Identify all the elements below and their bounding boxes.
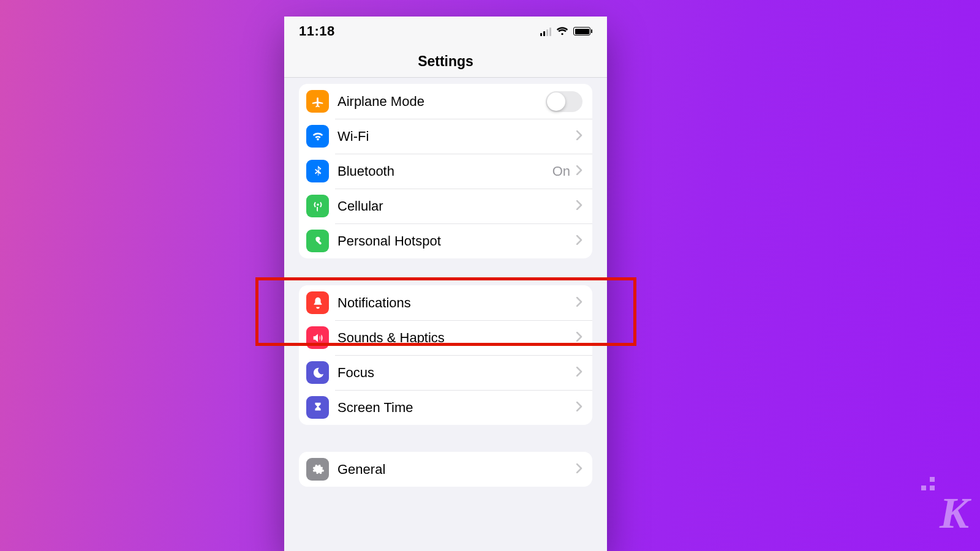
stage: 11:18 Settings Airplane Mode bbox=[0, 0, 980, 551]
row-hotspot[interactable]: Personal Hotspot bbox=[299, 223, 592, 258]
row-screentime[interactable]: Screen Time bbox=[299, 390, 592, 425]
status-bar: 11:18 bbox=[284, 17, 607, 46]
row-trailing bbox=[576, 297, 582, 309]
row-label: Screen Time bbox=[337, 400, 576, 416]
wifi-icon bbox=[556, 26, 568, 36]
row-trailing bbox=[576, 332, 582, 344]
row-general[interactable]: General bbox=[299, 452, 592, 487]
phone-frame: 11:18 Settings Airplane Mode bbox=[284, 17, 607, 551]
row-trailing bbox=[576, 463, 582, 476]
bluetooth-icon bbox=[306, 160, 329, 182]
page-title: Settings bbox=[418, 53, 473, 70]
row-trailing bbox=[576, 402, 582, 414]
row-value: On bbox=[552, 163, 570, 179]
row-trailing bbox=[576, 200, 582, 212]
chevron-right-icon bbox=[576, 200, 582, 212]
cellular-icon bbox=[306, 195, 329, 217]
row-bluetooth[interactable]: BluetoothOn bbox=[299, 154, 592, 189]
nav-bar: Settings bbox=[284, 46, 607, 78]
row-cellular[interactable]: Cellular bbox=[299, 189, 592, 223]
row-trailing: On bbox=[552, 163, 582, 179]
row-trailing bbox=[546, 91, 582, 112]
chevron-right-icon bbox=[576, 297, 582, 309]
row-label: Personal Hotspot bbox=[337, 233, 576, 249]
chevron-right-icon bbox=[576, 367, 582, 379]
chevron-right-icon bbox=[576, 130, 582, 143]
row-label: Focus bbox=[337, 365, 576, 381]
row-wifi[interactable]: Wi-Fi bbox=[299, 119, 592, 154]
chevron-right-icon bbox=[576, 332, 582, 344]
row-airplane[interactable]: Airplane Mode bbox=[299, 84, 592, 119]
row-label: Notifications bbox=[337, 295, 576, 311]
status-time: 11:18 bbox=[299, 23, 335, 39]
row-label: General bbox=[337, 462, 576, 478]
row-trailing bbox=[576, 367, 582, 379]
row-label: Sounds & Haptics bbox=[337, 330, 576, 346]
airplane-icon bbox=[306, 90, 329, 113]
row-trailing bbox=[576, 235, 582, 247]
settings-group: NotificationsSounds & HapticsFocusScreen… bbox=[299, 285, 592, 425]
chevron-right-icon bbox=[576, 402, 582, 414]
hourglass-icon bbox=[306, 396, 329, 419]
speaker-icon bbox=[306, 326, 329, 349]
row-notifications[interactable]: Notifications bbox=[299, 285, 592, 320]
settings-list: Airplane ModeWi-FiBluetoothOnCellularPer… bbox=[284, 78, 607, 487]
row-label: Wi-Fi bbox=[337, 129, 576, 144]
battery-icon bbox=[573, 27, 592, 36]
status-indicators bbox=[540, 26, 592, 36]
bell-icon bbox=[306, 291, 329, 314]
chevron-right-icon bbox=[576, 165, 582, 178]
watermark: K bbox=[940, 488, 968, 539]
row-label: Airplane Mode bbox=[337, 94, 546, 110]
row-label: Cellular bbox=[337, 198, 576, 214]
moon-icon bbox=[306, 361, 329, 384]
airplane-toggle[interactable] bbox=[546, 91, 582, 112]
hotspot-icon bbox=[306, 230, 329, 252]
row-sounds[interactable]: Sounds & Haptics bbox=[299, 320, 592, 355]
wifi-icon bbox=[306, 125, 329, 148]
row-trailing bbox=[576, 130, 582, 143]
settings-group: Airplane ModeWi-FiBluetoothOnCellularPer… bbox=[299, 84, 592, 258]
gear-icon bbox=[306, 458, 329, 481]
chevron-right-icon bbox=[576, 235, 582, 247]
chevron-right-icon bbox=[576, 463, 582, 476]
row-focus[interactable]: Focus bbox=[299, 355, 592, 390]
row-label: Bluetooth bbox=[337, 163, 552, 179]
settings-group: General bbox=[299, 452, 592, 487]
cellular-signal-icon bbox=[540, 26, 551, 36]
